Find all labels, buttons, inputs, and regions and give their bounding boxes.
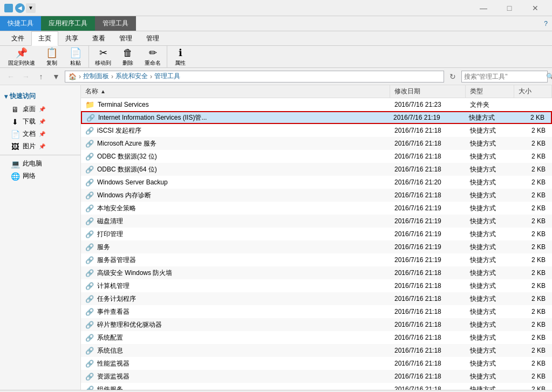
maximize-button[interactable]: □ — [497, 0, 522, 16]
file-size: 2 KB — [514, 127, 552, 134]
path-mgmt-tools[interactable]: 管理工具 — [154, 72, 180, 81]
table-row[interactable]: 🔗 Internet Information Services (IIS)管..… — [81, 111, 552, 124]
file-date: 2016/7/16 21:19 — [390, 256, 466, 264]
file-size: 2 KB — [513, 114, 551, 121]
shortcut-icon: 🔗 — [85, 230, 94, 238]
table-row[interactable]: 🔗 ODBC 数据源(32 位) 2016/7/16 21:18 快捷方式 2 … — [81, 150, 552, 163]
table-row[interactable]: 🔗 任务计划程序 2016/7/16 21:18 快捷方式 2 KB — [81, 292, 552, 305]
table-row[interactable]: 🔗 Windows 内存诊断 2016/7/16 21:18 快捷方式 2 KB — [81, 189, 552, 202]
ribbon-btn-rename[interactable]: ✏ 重命名 — [141, 44, 165, 70]
quick-access-label: 快速访问 — [10, 92, 36, 101]
tab-shortcut-tools[interactable]: 快捷工具 — [0, 16, 41, 31]
table-row[interactable]: 🔗 系统信息 2016/7/16 21:18 快捷方式 2 KB — [81, 344, 552, 357]
table-row[interactable]: 🔗 ODBC 数据源(64 位) 2016/7/16 21:18 快捷方式 2 … — [81, 163, 552, 176]
file-type: 快捷方式 — [466, 126, 514, 135]
close-button[interactable]: ✕ — [523, 0, 548, 16]
forward-button[interactable]: → — [19, 70, 32, 83]
ribbon-btn-delete[interactable]: 🗑 删除 — [117, 44, 139, 70]
table-row[interactable]: 🔗 系统配置 2016/7/16 21:18 快捷方式 2 KB — [81, 331, 552, 344]
table-row[interactable]: 🔗 服务器管理器 2016/7/16 21:19 快捷方式 2 KB — [81, 253, 552, 266]
table-row[interactable]: 🔗 磁盘清理 2016/7/16 21:19 快捷方式 2 KB — [81, 215, 552, 228]
path-system-security[interactable]: 系统和安全 — [115, 72, 148, 81]
file-name-cell: 🔗 Microsoft Azure 服务 — [81, 139, 390, 148]
table-row[interactable]: 🔗 资源监视器 2016/7/16 21:18 快捷方式 2 KB — [81, 370, 552, 383]
minimize-button[interactable]: — — [471, 0, 496, 16]
file-name-cell: 🔗 资源监视器 — [81, 372, 390, 381]
file-type: 快捷方式 — [466, 372, 514, 381]
tab-app-tools[interactable]: 应用程序工具 — [41, 16, 95, 31]
table-row[interactable]: 🔗 iSCSI 发起程序 2016/7/16 21:18 快捷方式 2 KB — [81, 124, 552, 137]
table-row[interactable]: 🔗 性能监视器 2016/7/16 21:18 快捷方式 2 KB — [81, 357, 552, 370]
table-row[interactable]: 📁 Terminal Services 2016/7/16 21:23 文件夹 — [81, 98, 552, 111]
table-row[interactable]: 🔗 组件服务 2016/7/16 21:18 快捷方式 2 KB — [81, 383, 552, 390]
table-row[interactable]: 🔗 碎片整理和优化驱动器 2016/7/16 21:18 快捷方式 2 KB — [81, 318, 552, 331]
thispc-icon: 💻 — [11, 160, 19, 168]
file-name-cell: 🔗 打印管理 — [81, 230, 390, 239]
file-list[interactable]: 📁 Terminal Services 2016/7/16 21:23 文件夹 … — [81, 98, 552, 390]
ribbon-btn-paste[interactable]: 📄 粘贴 — [65, 44, 86, 70]
file-name-cell: 🔗 服务器管理器 — [81, 256, 390, 265]
file-name: 计算机管理 — [97, 281, 130, 291]
col-header-date[interactable]: 修改日期 — [390, 85, 466, 98]
sidebar-item-desktop-label: 桌面 — [23, 105, 36, 114]
file-type: 快捷方式 — [466, 281, 514, 291]
tab-mgmt-tools[interactable]: 管理工具 — [95, 16, 136, 31]
recent-button[interactable]: ▼ — [50, 70, 63, 83]
file-name-cell: 🔗 本地安全策略 — [81, 204, 390, 213]
table-row[interactable]: 🔗 打印管理 2016/7/16 21:19 快捷方式 2 KB — [81, 228, 552, 240]
pin-indicator2: 📌 — [39, 119, 45, 125]
help-button[interactable]: ? — [540, 18, 552, 30]
path-control-panel[interactable]: 控制面板 — [83, 72, 109, 81]
sidebar-item-network-label: 网络 — [23, 171, 36, 181]
sidebar-item-network[interactable]: 🌐 网络 — [0, 170, 80, 182]
file-date: 2016/7/16 21:19 — [390, 230, 466, 238]
pin-indicator: 📌 — [39, 106, 45, 112]
sidebar-item-docs[interactable]: 📄 文档 📌 — [0, 128, 80, 140]
file-size: 2 KB — [514, 373, 552, 380]
search-box[interactable]: 🔍 — [461, 71, 548, 82]
ribbon-btn-pin[interactable]: 📌 固定到快速 — [4, 44, 39, 70]
file-type: 快捷方式 — [466, 307, 514, 317]
sidebar-item-thispc[interactable]: 💻 此电脑 — [0, 157, 80, 170]
sidebar-item-desktop[interactable]: 🖥 桌面 📌 — [0, 103, 80, 115]
quick-access-header[interactable]: ▾ 快速访问 — [0, 90, 80, 103]
col-header-type[interactable]: 类型 — [466, 85, 514, 98]
title-bar-controls[interactable]: — □ ✕ — [471, 0, 548, 16]
col-header-size[interactable]: 大小 — [514, 85, 552, 98]
refresh-button[interactable]: ↻ — [446, 70, 459, 83]
main-layout: ▾ 快速访问 🖥 桌面 📌 ⬇ 下载 📌 📄 文档 📌 🖼 图片 � — [0, 85, 552, 390]
ribbon-btn-move-label: 移动到 — [95, 59, 111, 67]
ribbon-btn-delete-label: 删除 — [122, 59, 133, 67]
table-row[interactable]: 🔗 本地安全策略 2016/7/16 21:19 快捷方式 2 KB — [81, 202, 552, 215]
ribbon-btn-prop[interactable]: ℹ 属性 — [169, 44, 191, 70]
table-row[interactable]: 🔗 事件查看器 2016/7/16 21:18 快捷方式 2 KB — [81, 305, 552, 318]
file-name: Terminal Services — [98, 101, 149, 108]
search-input[interactable] — [464, 73, 545, 80]
file-size: 2 KB — [514, 308, 552, 315]
title-bar: ◀ ▼ — □ ✕ — [0, 0, 552, 16]
table-row[interactable]: 🔗 计算机管理 2016/7/16 21:18 快捷方式 2 KB — [81, 279, 552, 292]
sidebar-item-pictures[interactable]: 🖼 图片 📌 — [0, 140, 80, 153]
search-icon[interactable]: 🔍 — [546, 73, 552, 80]
sidebar-item-downloads[interactable]: ⬇ 下载 📌 — [0, 115, 80, 128]
table-row[interactable]: 🔗 高级安全 Windows 防火墙 2016/7/16 21:18 快捷方式 … — [81, 266, 552, 279]
pin-indicator3: 📌 — [39, 131, 45, 137]
table-row[interactable]: 🔗 Windows Server Backup 2016/7/16 21:20 … — [81, 176, 552, 189]
ribbon-btn-copy[interactable]: 📋 复制 — [41, 44, 63, 70]
table-row[interactable]: 🔗 Microsoft Azure 服务 2016/7/16 21:18 快捷方… — [81, 137, 552, 150]
shortcut-icon: 🔗 — [85, 373, 94, 381]
file-name: 系统信息 — [97, 346, 123, 355]
back-button[interactable]: ← — [4, 70, 17, 83]
ribbon-btn-move[interactable]: ✂ 移动到 — [91, 44, 115, 70]
file-date: 2016/7/16 21:18 — [390, 153, 466, 160]
file-name-cell: 🔗 系统配置 — [81, 333, 390, 342]
col-header-name[interactable]: 名称 ▲ — [81, 85, 390, 98]
file-name-cell: 🔗 ODBC 数据源(64 位) — [81, 165, 390, 174]
sidebar-quick-access: ▾ 快速访问 🖥 桌面 📌 ⬇ 下载 📌 📄 文档 📌 🖼 图片 � — [0, 90, 80, 153]
up-button[interactable]: ↑ — [35, 70, 47, 83]
address-path[interactable]: 🏠 › 控制面板 › 系统和安全 › 管理工具 — [65, 71, 444, 82]
table-row[interactable]: 🔗 服务 2016/7/16 21:19 快捷方式 2 KB — [81, 240, 552, 253]
shortcut-icon: 🔗 — [85, 386, 94, 390]
sort-indicator: ▲ — [100, 88, 106, 94]
file-name: Windows 内存诊断 — [97, 191, 151, 200]
